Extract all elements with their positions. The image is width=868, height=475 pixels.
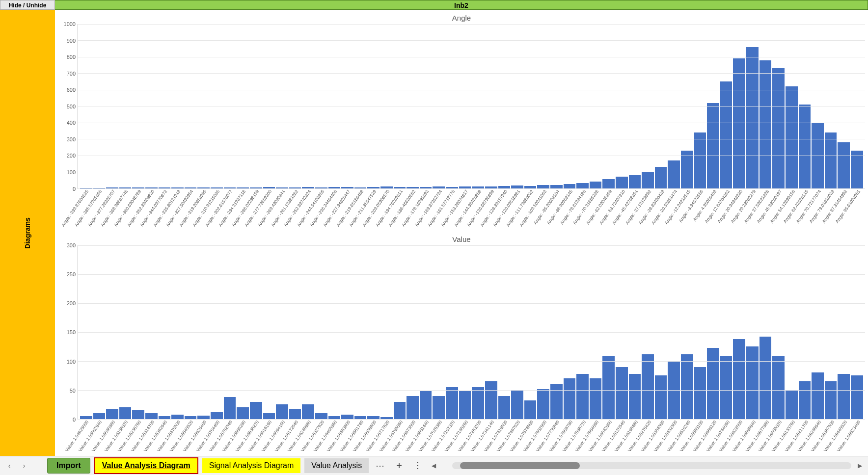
y-tick: 50: [70, 388, 76, 394]
bar: [799, 105, 811, 188]
hscroll-left[interactable]: ◀: [430, 462, 438, 469]
tab-signal-analysis-diagram[interactable]: Signal Analysis Diagram: [202, 458, 301, 473]
bar: [498, 396, 511, 419]
hscroll-track[interactable]: [452, 462, 851, 469]
y-tick: 400: [67, 120, 76, 126]
y-tick: 300: [67, 136, 76, 142]
angle-y-axis: 01002003004005006007008009001000: [58, 24, 78, 189]
bar: [550, 384, 563, 419]
angle-x-axis: Angle: -393.87604625Angle: -385.57965666…: [78, 189, 865, 233]
bar: [132, 410, 144, 419]
bar: [237, 407, 249, 419]
bar: [786, 390, 798, 419]
hscroll-thumb[interactable]: [460, 462, 580, 469]
hide-unhide-button[interactable]: Hide / Unhide: [0, 0, 55, 10]
y-tick: 0: [73, 186, 76, 192]
page-title: Inb2: [55, 0, 868, 10]
y-tick: 200: [67, 153, 76, 158]
hscroll-right[interactable]: ▶: [855, 462, 864, 469]
bar: [106, 409, 118, 419]
y-tick: 700: [67, 71, 76, 77]
bar: [211, 412, 223, 419]
bar: [655, 375, 667, 419]
bar: [733, 58, 745, 188]
x-tick: Value: 1.04925000: [64, 420, 89, 452]
bar: [733, 339, 745, 419]
y-tick: 500: [67, 104, 76, 109]
bar: [564, 184, 576, 188]
angle-chart: Angle 01002003004005006007008009001000 A…: [58, 12, 865, 233]
tabs-overflow-button[interactable]: ⋯: [373, 460, 387, 471]
y-tick: 900: [67, 38, 76, 44]
sidebar-label: Diagrams: [24, 217, 31, 249]
bar: [786, 86, 798, 188]
bar: [838, 142, 850, 188]
bar: [616, 367, 628, 419]
bar: [851, 151, 863, 188]
bar: [825, 132, 837, 188]
bar: [681, 354, 693, 419]
bar: [707, 348, 719, 419]
bar: [524, 400, 537, 419]
bar: [171, 415, 184, 419]
nav-prev-button[interactable]: ‹: [4, 460, 15, 471]
value-chart: Value 050100150200250300 Value: 1.049250…: [58, 233, 865, 454]
value-y-axis: 050100150200250300: [58, 245, 78, 420]
bar: [394, 402, 406, 419]
y-tick: 1000: [64, 21, 76, 27]
bar: [746, 346, 759, 419]
bar: [642, 354, 654, 419]
bar: [145, 413, 158, 419]
bar: [812, 372, 824, 419]
bottom-bar: ‹ › Import Value Analysis Diagram Signal…: [0, 456, 868, 475]
bar: [707, 103, 719, 188]
bar: [276, 404, 288, 419]
bar: [550, 185, 563, 188]
value-x-axis: Value: 1.04925000Value: 1.05002940Value:…: [78, 420, 865, 454]
bar: [289, 409, 301, 419]
import-button[interactable]: Import: [47, 458, 90, 474]
bar: [576, 183, 589, 188]
add-tab-button[interactable]: +: [391, 460, 407, 472]
bar: [315, 413, 327, 419]
y-tick: 800: [67, 54, 76, 60]
bar: [642, 172, 654, 188]
bar: [119, 407, 132, 419]
y-tick: 250: [67, 271, 76, 277]
bar: [590, 378, 602, 419]
nav-next-button[interactable]: ›: [19, 460, 29, 471]
bar: [590, 182, 602, 188]
bar: [446, 387, 458, 419]
angle-chart-title: Angle: [58, 12, 865, 24]
bar: [629, 175, 641, 188]
bar: [694, 367, 706, 419]
more-menu-button[interactable]: ⋯: [413, 458, 424, 473]
y-tick: 100: [67, 169, 76, 175]
bar: [93, 413, 106, 419]
bar: [407, 396, 419, 419]
y-tick: 150: [67, 329, 76, 335]
bar: [838, 374, 850, 419]
bar: [472, 387, 484, 419]
y-tick: 300: [67, 242, 76, 248]
angle-plot-area: [78, 24, 865, 189]
value-chart-title: Value: [58, 233, 865, 245]
y-tick: 200: [67, 300, 76, 306]
bar: [420, 391, 432, 419]
value-plot-area: [78, 245, 865, 420]
bar: [197, 416, 210, 419]
bar: [537, 389, 549, 419]
bar: [851, 375, 863, 419]
bar: [564, 378, 576, 419]
bar: [459, 391, 471, 419]
tab-value-analysis-overflow[interactable]: Value Analysis: [304, 458, 369, 473]
plots-container: Angle 01002003004005006007008009001000 A…: [55, 10, 868, 456]
bar: [760, 60, 772, 188]
bar: [341, 415, 353, 419]
bar: [694, 132, 706, 188]
bar: [302, 404, 314, 419]
tab-value-analysis-diagram[interactable]: Value Analysis Diagram: [94, 457, 198, 474]
bar: [655, 167, 667, 188]
bar: [263, 413, 275, 419]
bar: [629, 374, 641, 419]
